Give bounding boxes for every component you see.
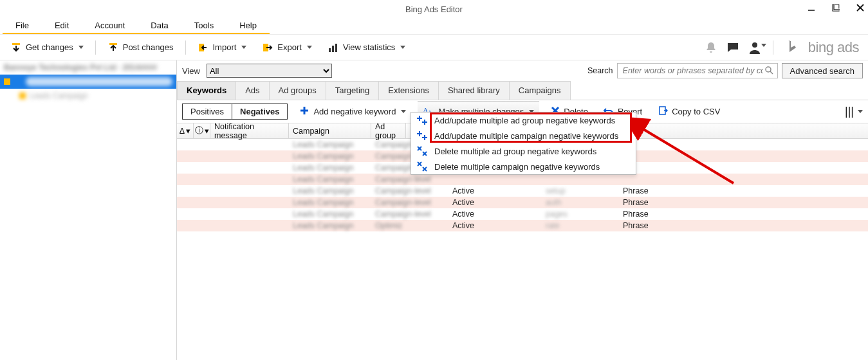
menu-add-adgroup-neg-kw[interactable]: Add/update multiple ad group negative ke… [411, 113, 636, 128]
x-multi-icon [416, 146, 428, 156]
close-button[interactable] [854, 1, 867, 14]
table-row[interactable]: Leads CampaignCampaign-levelActiveauthPh… [177, 197, 868, 208]
view-statistics-label: View statistics [343, 42, 395, 52]
menu-edit[interactable]: Edit [42, 18, 82, 34]
bell-icon[interactable] [705, 41, 717, 54]
col-ad-group[interactable]: Ad group [371, 123, 406, 138]
user-icon[interactable] [748, 41, 761, 54]
bar-chart-icon [328, 42, 339, 53]
menu-add-campaign-neg-kw[interactable]: Add/update multiple campaign negative ke… [411, 128, 636, 143]
cell-campaign: Leads Campaign [289, 163, 371, 172]
chevron-down-icon [241, 46, 246, 49]
table-row[interactable]: Leads CampaignOptimizActiveratePhrase [177, 220, 868, 231]
table-row[interactable]: Leads CampaignCampaign-levelActivepagesP… [177, 208, 868, 220]
account-node[interactable]: Bannoye Technologies Pvt Ltd · 2014#### [0, 60, 176, 75]
menu-tools[interactable]: Tools [181, 18, 226, 34]
plus-multi-icon [416, 115, 428, 125]
export-button[interactable]: Export [255, 39, 319, 56]
table-row[interactable]: Leads CampaignCampaign-levelActivesetupP… [177, 185, 868, 197]
advanced-search-button[interactable]: Advanced search [782, 63, 863, 78]
tab-ads[interactable]: Ads [235, 81, 269, 100]
tab-ad-groups[interactable]: Ad groups [269, 81, 326, 100]
bing-logo-icon [785, 39, 799, 55]
separator [773, 40, 773, 55]
csv-export-icon [658, 105, 668, 118]
search-box[interactable] [617, 63, 778, 78]
view-statistics-button[interactable]: View statistics [321, 39, 412, 56]
cell-status: Active [448, 186, 542, 195]
window-controls [805, 1, 867, 14]
export-label: Export [277, 42, 302, 52]
title-bar-title: Bing Ads Editor [405, 4, 463, 14]
account-child-label [26, 77, 172, 86]
cell-ad-group: Optimiz [371, 221, 448, 230]
title-bar: Bing Ads Editor [0, 0, 868, 18]
svg-rect-7 [109, 43, 117, 45]
svg-rect-10 [329, 48, 331, 52]
copy-to-csv-button[interactable]: Copy to CSV [654, 103, 724, 120]
pos-neg-toggle: Positives Negatives [182, 104, 288, 120]
menu-delete-adgroup-neg-kw[interactable]: Delete multiple ad group negative keywor… [411, 143, 636, 159]
import-button[interactable]: Import [191, 39, 254, 56]
export-icon [262, 42, 273, 53]
cell-match-type: Phrase [619, 210, 696, 219]
menu-file[interactable]: File [3, 18, 42, 34]
add-negative-keyword-button[interactable]: Add negative keyword [295, 103, 410, 120]
brand-text: bing ads [808, 39, 859, 56]
campaign-node[interactable]: Leads Campaign [0, 89, 176, 103]
chevron-down-icon [400, 46, 405, 49]
chevron-down-icon [858, 110, 863, 113]
plus-multi-icon [416, 130, 428, 141]
menu-data[interactable]: Data [138, 18, 181, 34]
cell-keyword: pages [542, 210, 619, 219]
view-row: View All Search Advanced search [177, 60, 868, 81]
col-campaign[interactable]: Campaign [289, 123, 371, 138]
tab-extensions[interactable]: Extensions [378, 81, 439, 100]
account-tree-panel: Bannoye Technologies Pvt Ltd · 2014#### … [0, 60, 177, 360]
positives-toggle[interactable]: Positives [182, 104, 232, 120]
view-select[interactable]: All [207, 64, 332, 78]
search-area: Search Advanced search [587, 63, 863, 78]
download-icon [10, 42, 22, 53]
import-icon [198, 42, 209, 53]
menu-help[interactable]: Help [226, 18, 270, 34]
search-input[interactable] [622, 66, 764, 76]
column-chooser-button[interactable]: ||| [845, 105, 863, 118]
view-label: View [182, 66, 200, 76]
table-row[interactable]: Leads CampaignCampaign-level [177, 174, 868, 185]
folder-icon [19, 93, 26, 99]
minimize-button[interactable] [805, 1, 818, 14]
tab-targeting[interactable]: Targeting [326, 81, 379, 100]
cell-campaign: Leads Campaign [289, 186, 371, 195]
main-split: Bannoye Technologies Pvt Ltd · 2014#### … [0, 60, 868, 360]
get-changes-button[interactable]: Get changes [4, 39, 90, 56]
cell-campaign: Leads Campaign [289, 198, 371, 207]
cell-status: Active [448, 198, 542, 207]
menu-delete-campaign-neg-kw[interactable]: Delete multiple campaign negative keywor… [411, 159, 636, 174]
import-label: Import [213, 42, 237, 52]
col-notification[interactable]: Notification message [210, 123, 289, 138]
maximize-button[interactable] [829, 1, 842, 14]
chat-icon[interactable] [726, 41, 739, 54]
cell-ad-group: Campaign-level [371, 186, 448, 195]
separator [95, 40, 96, 55]
account-child-selected[interactable] [0, 75, 176, 89]
tab-campaigns[interactable]: Campaigns [509, 81, 571, 100]
chevron-down-icon [78, 46, 84, 49]
cell-campaign: Leads Campaign [289, 140, 371, 149]
menu-account[interactable]: Account [82, 18, 138, 34]
search-icon[interactable] [764, 66, 773, 76]
post-changes-button[interactable]: Post changes [101, 39, 180, 56]
col-info[interactable]: ⓘ▾ [194, 123, 210, 138]
columns-icon: ||| [845, 105, 854, 118]
cell-keyword: setup [542, 186, 619, 195]
tab-shared-library[interactable]: Shared library [438, 81, 510, 100]
cell-match-type: Phrase [619, 221, 696, 230]
brand-area: bing ads [705, 39, 864, 56]
col-delta[interactable]: Δ▾ [177, 123, 194, 138]
negatives-toggle[interactable]: Negatives [232, 104, 288, 120]
x-multi-icon [416, 161, 428, 172]
tab-keywords[interactable]: Keywords [177, 81, 236, 100]
upload-icon [107, 42, 119, 53]
svg-rect-12 [335, 44, 337, 52]
